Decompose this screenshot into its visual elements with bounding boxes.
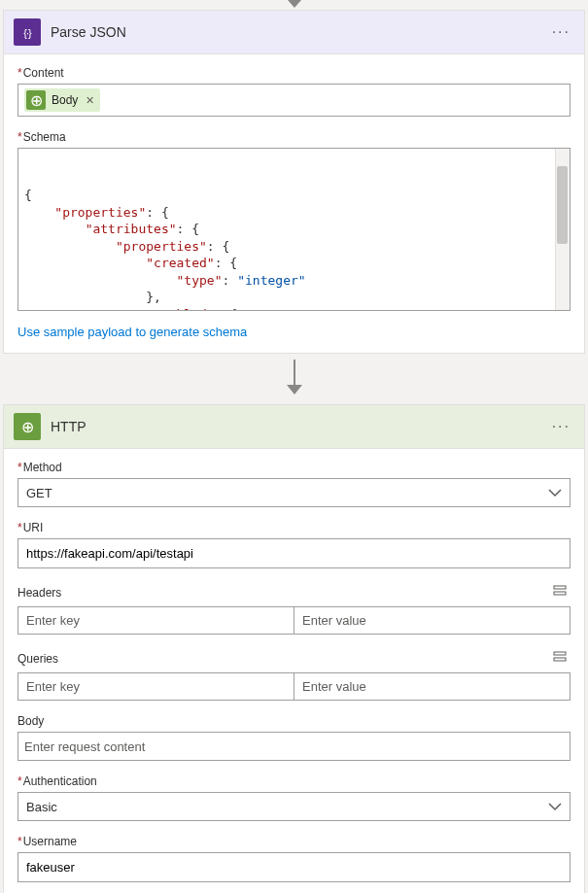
uri-input[interactable] xyxy=(17,538,571,568)
schema-field: Schema { "properties": { "attributes": {… xyxy=(17,130,571,311)
text-mode-icon xyxy=(553,584,567,598)
parse-json-title: Parse JSON xyxy=(51,24,548,40)
queries-mode-toggle[interactable] xyxy=(549,648,571,669)
method-select[interactable]: GET xyxy=(17,478,571,507)
body-placeholder: Enter request content xyxy=(24,739,145,754)
parse-json-icon xyxy=(14,18,41,46)
authentication-label: Authentication xyxy=(17,774,571,788)
http-icon xyxy=(14,413,41,440)
authentication-field: Authentication Basic xyxy=(17,774,571,821)
chevron-down-icon xyxy=(548,486,562,499)
svg-rect-0 xyxy=(554,586,566,589)
body-token-label: Body xyxy=(52,93,78,107)
svg-rect-1 xyxy=(554,592,566,595)
body-token[interactable]: Body ✕ xyxy=(24,88,100,112)
content-label: Content xyxy=(17,66,571,80)
svg-rect-3 xyxy=(554,658,566,661)
body-input[interactable]: Enter request content xyxy=(17,732,571,761)
schema-editor[interactable]: { "properties": { "attributes": { "prope… xyxy=(17,148,571,311)
authentication-value: Basic xyxy=(26,800,57,814)
queries-value-input[interactable]: Enter value xyxy=(294,672,571,701)
body-token-remove[interactable]: ✕ xyxy=(86,94,94,107)
username-input-text[interactable] xyxy=(24,857,564,877)
headers-key-input[interactable]: Enter key xyxy=(17,606,294,635)
http-card: HTTP ··· Method GET URI Headers xyxy=(3,404,585,893)
schema-label: Schema xyxy=(17,130,571,144)
method-value: GET xyxy=(26,486,52,500)
method-label: Method xyxy=(17,461,571,474)
headers-field: Headers Enter key Enter value xyxy=(17,582,571,635)
text-mode-icon xyxy=(553,650,567,664)
connector-stub-top xyxy=(288,0,301,8)
headers-label: Headers xyxy=(17,586,61,600)
parse-json-menu-button[interactable]: ··· xyxy=(548,23,574,41)
content-field: Content Body ✕ xyxy=(17,66,571,117)
use-sample-payload-link[interactable]: Use sample payload to generate schema xyxy=(17,325,247,339)
globe-icon xyxy=(26,90,46,110)
uri-input-text[interactable] xyxy=(24,543,564,564)
http-title: HTTP xyxy=(51,419,548,434)
authentication-select[interactable]: Basic xyxy=(17,792,571,821)
http-header[interactable]: HTTP ··· xyxy=(4,405,584,449)
username-field: Username xyxy=(17,835,571,882)
parse-json-header[interactable]: Parse JSON ··· xyxy=(4,11,584,54)
body-label: Body xyxy=(17,714,571,728)
schema-scrollbar[interactable] xyxy=(555,149,570,310)
content-input[interactable]: Body ✕ xyxy=(17,84,571,117)
method-field: Method GET xyxy=(17,461,571,507)
uri-field: URI xyxy=(17,521,571,568)
queries-row: Enter key Enter value xyxy=(17,672,571,701)
headers-row: Enter key Enter value xyxy=(17,606,571,635)
headers-mode-toggle[interactable] xyxy=(549,582,571,602)
queries-key-input[interactable]: Enter key xyxy=(17,672,294,701)
queries-field: Queries Enter key Enter value xyxy=(17,648,571,701)
username-input[interactable] xyxy=(17,852,571,882)
http-menu-button[interactable]: ··· xyxy=(548,418,574,435)
queries-label: Queries xyxy=(17,652,58,666)
parse-json-card: Parse JSON ··· Content Body ✕ Schema { "… xyxy=(3,10,585,354)
svg-rect-2 xyxy=(554,652,566,655)
chevron-down-icon xyxy=(548,800,562,813)
headers-value-input[interactable]: Enter value xyxy=(294,606,571,635)
connector-arrow xyxy=(0,354,588,404)
schema-scrollbar-thumb[interactable] xyxy=(557,166,568,244)
body-field: Body Enter request content xyxy=(17,714,571,761)
uri-label: URI xyxy=(17,521,571,534)
username-label: Username xyxy=(17,835,571,848)
